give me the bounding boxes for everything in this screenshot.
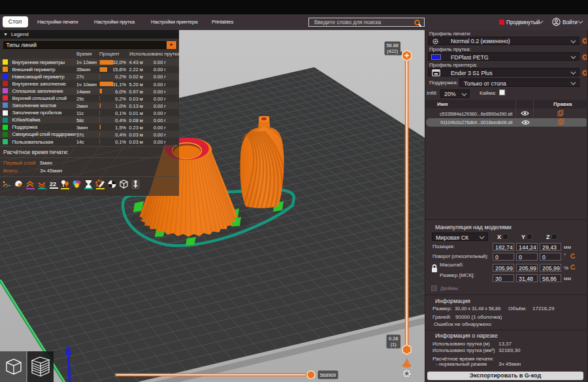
svg-text:22: 22: [50, 181, 56, 187]
